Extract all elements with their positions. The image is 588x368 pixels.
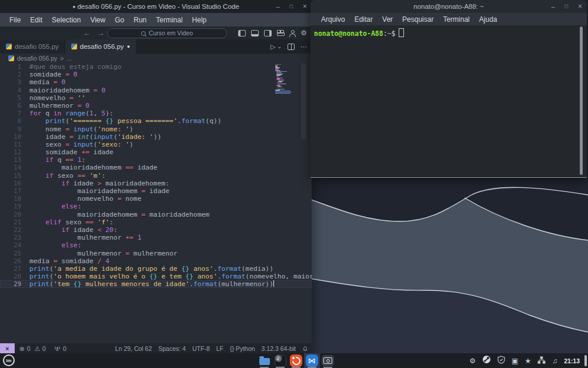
code-line-19[interactable]: 19 else: <box>0 203 312 210</box>
menu-item-go[interactable]: Go <box>110 16 129 24</box>
menu-item-file[interactable]: File <box>5 16 25 24</box>
tab-desafio-055[interactable]: desafio 055.py <box>0 39 65 54</box>
account-icon[interactable] <box>289 30 295 36</box>
back-icon[interactable]: ← <box>83 29 91 37</box>
eol-sequence[interactable]: LF <box>216 345 223 352</box>
taskbar-file-manager[interactable] <box>256 353 272 368</box>
code-line-26[interactable]: 26media = somidade / 4 <box>0 257 312 265</box>
menu-item-ver[interactable]: Ver <box>377 15 397 24</box>
settings-tray-icon[interactable]: ⚙ <box>469 357 476 364</box>
indentation[interactable]: Spaces: 4 <box>158 345 186 352</box>
code-line-4[interactable]: 4maioridadehomem = 0 <box>0 87 312 94</box>
show-desktop-button[interactable] <box>584 355 587 366</box>
breadcrumb-more[interactable]: ... <box>66 55 72 62</box>
menu-item-terminal[interactable]: Terminal <box>151 16 187 24</box>
encoding[interactable]: UTF-8 <box>192 345 210 352</box>
python-interpreter[interactable]: 3.12.3 64-bit <box>262 345 296 352</box>
code-line-12[interactable]: 12 somidade += idade <box>0 148 312 156</box>
code-line-22[interactable]: 22 if idade < 20: <box>0 226 312 234</box>
more-actions-icon[interactable]: ⋯ <box>300 43 307 51</box>
remote-indicator[interactable]: × <box>0 343 15 354</box>
close-button[interactable]: × <box>303 2 307 11</box>
code-line-16[interactable]: 16 if idade > maioridadehomem: <box>0 180 312 187</box>
code-line-29[interactable]: 29print('tem {} mulheres menores de idad… <box>0 280 312 288</box>
run-dropdown-chevron-icon[interactable]: ⌄ <box>277 44 282 49</box>
terminal-scrollbar[interactable] <box>580 26 583 175</box>
taskbar-screenshot-tool[interactable] <box>320 353 336 368</box>
split-editor-icon[interactable] <box>288 44 295 50</box>
code-line-3[interactable]: 3media = 0 <box>0 78 312 86</box>
toggle-sidebar-icon[interactable] <box>238 30 246 37</box>
code-line-7[interactable]: 7for q in range(1, 5): <box>0 110 312 117</box>
code-line-6[interactable]: 6mulhermenor = 0 <box>0 102 312 110</box>
menu-item-editar[interactable]: Editar <box>350 15 377 24</box>
minimize-button[interactable]: – <box>551 3 554 10</box>
code-line-10[interactable]: 10 idade = int(input('idade: ')) <box>0 133 312 141</box>
code-line-14[interactable]: 14 maioridadehomem == idade <box>0 164 312 171</box>
breadcrumb-file[interactable]: desafio 056.py <box>17 55 57 62</box>
music-tray-icon[interactable]: ♫ <box>552 357 557 364</box>
code-line-18[interactable]: 18 nomevelho = nome <box>0 195 312 203</box>
code-line-2[interactable]: 2somidade = 0 <box>0 71 312 78</box>
minimize-button[interactable]: – <box>276 3 279 10</box>
code-line-28[interactable]: 28print('o homem mais velho é o {} e tem… <box>0 273 312 280</box>
close-button[interactable]: × <box>578 2 582 11</box>
terminal-titlebar[interactable]: nonato@nonato-A88: ~ – □ × <box>310 0 587 13</box>
maximize-button[interactable]: □ <box>290 4 293 9</box>
menu-item-pesquisar[interactable]: Pesquisar <box>397 15 438 24</box>
code-editor[interactable]: 1#que deus esteja comigo2somidade = 03me… <box>0 63 312 343</box>
menu-item-selection[interactable]: Selection <box>47 16 85 24</box>
code-line-5[interactable]: 5nomevelho = '' <box>0 94 312 102</box>
taskbar-vscode[interactable]: ⋈ <box>304 353 320 368</box>
menu-item-help[interactable]: Help <box>188 16 212 24</box>
errors-count[interactable]: 0 <box>27 345 31 352</box>
mint-menu-button[interactable]: lm <box>3 354 15 366</box>
ports-count[interactable]: 0 <box>63 345 66 352</box>
command-center-search[interactable]: Curso em Video <box>107 28 227 38</box>
errors-icon[interactable]: ⊗ <box>19 345 25 352</box>
toggle-secondary-sidebar-icon[interactable] <box>264 30 272 37</box>
code-line-11[interactable]: 11 sexo = input('sexo: ') <box>0 141 312 148</box>
warnings-icon[interactable]: ⚠ <box>35 345 40 352</box>
code-line-9[interactable]: 9 nome = input('nome: ') <box>0 125 312 133</box>
menu-item-view[interactable]: View <box>85 16 110 24</box>
customize-layout-icon[interactable] <box>277 30 284 36</box>
editor-scrollbar[interactable] <box>301 63 306 140</box>
code-line-24[interactable]: 24 else: <box>0 241 312 249</box>
terminal-body[interactable]: nonato@nonato-A88:~$ <box>310 25 587 177</box>
code-line-21[interactable]: 21 elif sexo == 'f': <box>0 218 312 226</box>
network-icon[interactable] <box>537 356 546 366</box>
menu-item-terminal[interactable]: Terminal <box>438 15 474 24</box>
steam-icon[interactable] <box>482 355 491 366</box>
forward-icon[interactable]: → <box>98 29 105 37</box>
gear-icon[interactable]: ⚙ <box>300 29 307 37</box>
vscode-titlebar[interactable]: ● desafio 056.py - Curso em Video - Visu… <box>0 0 312 13</box>
warnings-count[interactable]: 0 <box>42 345 46 352</box>
code-line-8[interactable]: 8 print('======= {} pessoa ======='.form… <box>0 117 312 125</box>
code-line-27[interactable]: 27print('a media de idade do grupo é de … <box>0 265 312 273</box>
taskbar-terminal-app[interactable]: 2 <box>272 353 288 368</box>
minimap[interactable] <box>275 64 294 94</box>
menu-item-ajuda[interactable]: Ajuda <box>475 15 502 24</box>
language-mode[interactable]: {} Python <box>230 345 255 352</box>
code-line-17[interactable]: 17 maioridadehomem = idade <box>0 187 312 195</box>
toggle-panel-icon[interactable] <box>251 30 259 37</box>
run-button[interactable]: ▷ <box>270 43 275 51</box>
code-line-23[interactable]: 23 mulhermenor += 1 <box>0 234 312 241</box>
breadcrumb[interactable]: desafio 056.py > ... <box>0 54 312 63</box>
modified-dot-icon[interactable]: ● <box>127 44 130 49</box>
tab-desafio-056[interactable]: desafio 056.py ● <box>65 39 136 54</box>
code-line-13[interactable]: 13 if q == 1: <box>0 156 312 164</box>
menu-item-arquivo[interactable]: Arquivo <box>316 15 350 24</box>
maximize-button[interactable]: □ <box>565 4 568 9</box>
code-line-15[interactable]: 15 if sexo == 'm': <box>0 172 312 180</box>
menu-item-edit[interactable]: Edit <box>25 16 47 24</box>
code-line-1[interactable]: 1#que deus esteja comigo <box>0 63 312 71</box>
ports-icon[interactable] <box>54 346 61 352</box>
code-line-25[interactable]: 25 mulhermenor = mulhermenor <box>0 250 312 257</box>
code-line-20[interactable]: 20 maioridadehomem = maioridadehomem <box>0 211 312 218</box>
clock[interactable]: 21:13 <box>564 357 580 364</box>
notes-tray-icon[interactable]: ▣ <box>512 357 518 364</box>
update-shield-icon[interactable] <box>497 356 505 366</box>
notifications-bell-icon[interactable] <box>302 346 308 352</box>
